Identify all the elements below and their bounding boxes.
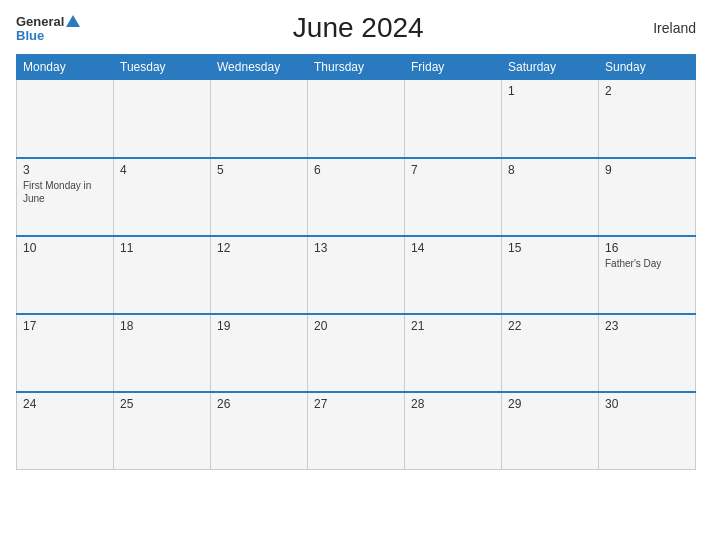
calendar-cell [308, 80, 405, 158]
day-number: 23 [605, 319, 689, 333]
weekday-header-tuesday: Tuesday [114, 55, 211, 80]
day-number: 25 [120, 397, 204, 411]
day-number: 28 [411, 397, 495, 411]
calendar-cell: 23 [599, 314, 696, 392]
day-number: 11 [120, 241, 204, 255]
calendar-cell: 21 [405, 314, 502, 392]
day-number: 4 [120, 163, 204, 177]
day-number: 14 [411, 241, 495, 255]
calendar-cell: 16Father's Day [599, 236, 696, 314]
calendar-cell: 15 [502, 236, 599, 314]
day-number: 9 [605, 163, 689, 177]
week-row-4: 17181920212223 [17, 314, 696, 392]
day-number: 29 [508, 397, 592, 411]
calendar-cell: 6 [308, 158, 405, 236]
country-label: Ireland [636, 20, 696, 36]
day-number: 3 [23, 163, 107, 177]
day-number: 2 [605, 84, 689, 98]
calendar-cell: 14 [405, 236, 502, 314]
weekday-header-row: MondayTuesdayWednesdayThursdayFridaySatu… [17, 55, 696, 80]
day-number: 6 [314, 163, 398, 177]
calendar-cell: 26 [211, 392, 308, 470]
week-row-2: 3First Monday in June456789 [17, 158, 696, 236]
calendar-cell: 17 [17, 314, 114, 392]
logo: General Blue [16, 15, 80, 42]
calendar-cell: 12 [211, 236, 308, 314]
logo-triangle-icon [66, 15, 80, 27]
day-number: 30 [605, 397, 689, 411]
calendar-cell: 20 [308, 314, 405, 392]
weekday-header-sunday: Sunday [599, 55, 696, 80]
day-number: 8 [508, 163, 592, 177]
calendar-cell [211, 80, 308, 158]
header: General Blue June 2024 Ireland [16, 12, 696, 44]
day-event: Father's Day [605, 257, 689, 270]
calendar-cell: 5 [211, 158, 308, 236]
calendar-cell: 22 [502, 314, 599, 392]
day-number: 21 [411, 319, 495, 333]
calendar-cell: 8 [502, 158, 599, 236]
day-number: 26 [217, 397, 301, 411]
day-number: 27 [314, 397, 398, 411]
calendar-cell: 27 [308, 392, 405, 470]
day-number: 10 [23, 241, 107, 255]
day-number: 16 [605, 241, 689, 255]
month-title: June 2024 [80, 12, 636, 44]
calendar-cell: 25 [114, 392, 211, 470]
day-number: 24 [23, 397, 107, 411]
day-number: 19 [217, 319, 301, 333]
weekday-header-wednesday: Wednesday [211, 55, 308, 80]
day-number: 15 [508, 241, 592, 255]
calendar-cell: 24 [17, 392, 114, 470]
logo-blue: Blue [16, 29, 44, 42]
weekday-header-friday: Friday [405, 55, 502, 80]
calendar-cell: 1 [502, 80, 599, 158]
weekday-header-monday: Monday [17, 55, 114, 80]
day-number: 12 [217, 241, 301, 255]
weekday-header-thursday: Thursday [308, 55, 405, 80]
calendar-cell: 19 [211, 314, 308, 392]
calendar-cell: 9 [599, 158, 696, 236]
calendar-cell [17, 80, 114, 158]
calendar-cell: 13 [308, 236, 405, 314]
day-number: 17 [23, 319, 107, 333]
calendar-cell: 30 [599, 392, 696, 470]
calendar-container: General Blue June 2024 Ireland MondayTue… [0, 0, 712, 550]
week-row-3: 10111213141516Father's Day [17, 236, 696, 314]
weekday-header-saturday: Saturday [502, 55, 599, 80]
calendar-cell: 7 [405, 158, 502, 236]
calendar-cell: 10 [17, 236, 114, 314]
calendar-cell [114, 80, 211, 158]
calendar-cell: 11 [114, 236, 211, 314]
calendar-cell: 2 [599, 80, 696, 158]
calendar-cell: 29 [502, 392, 599, 470]
week-row-1: 12 [17, 80, 696, 158]
day-number: 13 [314, 241, 398, 255]
day-number: 20 [314, 319, 398, 333]
calendar-table: MondayTuesdayWednesdayThursdayFridaySatu… [16, 54, 696, 470]
day-number: 1 [508, 84, 592, 98]
day-event: First Monday in June [23, 179, 107, 205]
day-number: 18 [120, 319, 204, 333]
day-number: 7 [411, 163, 495, 177]
calendar-cell: 28 [405, 392, 502, 470]
calendar-cell: 4 [114, 158, 211, 236]
calendar-cell [405, 80, 502, 158]
week-row-5: 24252627282930 [17, 392, 696, 470]
day-number: 5 [217, 163, 301, 177]
day-number: 22 [508, 319, 592, 333]
calendar-cell: 3First Monday in June [17, 158, 114, 236]
logo-general: General [16, 15, 64, 28]
calendar-cell: 18 [114, 314, 211, 392]
